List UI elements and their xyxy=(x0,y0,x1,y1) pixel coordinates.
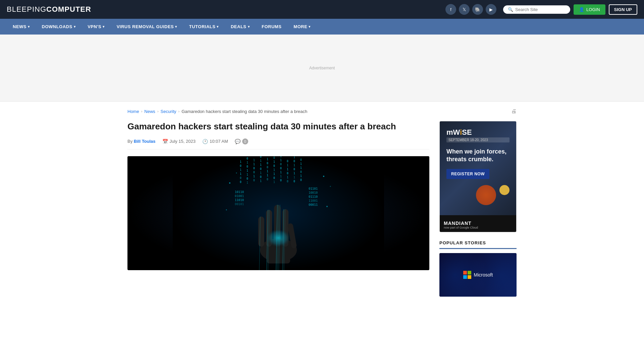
svg-text:1: 1 xyxy=(247,181,248,184)
facebook-icon[interactable]: f xyxy=(445,4,456,15)
svg-text:1: 1 xyxy=(240,169,241,172)
svg-text:0: 0 xyxy=(253,171,255,174)
login-button[interactable]: 👤 LOGIN xyxy=(574,4,605,15)
main-nav: NEWS ▾ DOWNLOADS ▾ VPN'S ▾ VIRUS REMOVAL… xyxy=(0,19,644,35)
svg-text:1: 1 xyxy=(260,160,262,163)
ms-square-green xyxy=(468,271,471,275)
chevron-down-icon: ▾ xyxy=(248,25,250,28)
site-logo[interactable]: BLEEPINGCOMPUTER xyxy=(7,5,91,14)
svg-text:1: 1 xyxy=(287,176,288,179)
popular-stories: POPULAR STORIES Microsoft xyxy=(439,240,517,297)
user-icon: 👤 xyxy=(579,7,584,12)
svg-text:1: 1 xyxy=(300,175,302,178)
clock-icon: 🕐 xyxy=(202,139,208,144)
article-image-inner: 1 0 1 1 0 0 0 1 0 1 1 0 xyxy=(127,156,429,270)
breadcrumb-news[interactable]: News xyxy=(144,109,155,114)
chevron-down-icon: ▾ xyxy=(217,25,219,28)
svg-text:1: 1 xyxy=(280,171,282,174)
social-icons-group: f 𝕏 🐘 ▶ xyxy=(445,4,496,15)
svg-text:1: 1 xyxy=(253,159,255,162)
svg-text:1: 1 xyxy=(260,172,262,175)
article-image: 1 0 1 1 0 0 0 1 0 1 1 0 xyxy=(127,156,429,270)
svg-text:0: 0 xyxy=(273,157,275,160)
svg-text:0: 0 xyxy=(240,177,241,180)
chevron-down-icon: ▾ xyxy=(74,25,76,28)
microsoft-logo-area: Microsoft xyxy=(463,271,493,279)
nav-item-vpns[interactable]: VPN'S ▾ xyxy=(82,19,111,35)
nav-item-news[interactable]: NEWS ▾ xyxy=(7,19,36,35)
svg-point-97 xyxy=(326,206,328,207)
ad-decoration-yellow xyxy=(499,185,509,195)
svg-text:0: 0 xyxy=(293,168,295,171)
svg-text:0: 0 xyxy=(280,167,282,170)
svg-text:10010: 10010 xyxy=(309,191,318,194)
svg-text:1: 1 xyxy=(247,161,248,164)
ad-date-badge: SEPTEMBER 18-20, 2023 xyxy=(446,137,509,142)
breadcrumb-home[interactable]: Home xyxy=(127,109,139,114)
svg-text:1: 1 xyxy=(280,159,282,162)
comment-icon: 💬 xyxy=(235,139,240,144)
svg-text:10110: 10110 xyxy=(235,190,244,194)
svg-text:1: 1 xyxy=(273,173,275,176)
svg-text:11010: 11010 xyxy=(235,198,244,202)
svg-text:1: 1 xyxy=(273,161,275,164)
nav-item-deals[interactable]: DEALS ▾ xyxy=(225,19,256,35)
print-icon[interactable]: 🖨 xyxy=(511,108,517,114)
svg-text:00101: 00101 xyxy=(235,202,244,206)
nav-item-forums[interactable]: FORUMS xyxy=(256,19,287,35)
popular-story-thumbnail[interactable]: Microsoft xyxy=(439,253,517,297)
svg-text:1: 1 xyxy=(287,168,288,171)
nav-item-virus-removal[interactable]: VIRUS REMOVAL GUIDES ▾ xyxy=(111,19,183,35)
search-input[interactable] xyxy=(515,7,566,12)
ad-logo: mWiSE xyxy=(446,128,509,137)
svg-text:0: 0 xyxy=(247,177,248,180)
nav-item-downloads[interactable]: DOWNLOADS ▾ xyxy=(36,19,82,35)
svg-text:0: 0 xyxy=(280,163,282,166)
article-author: By Bill Toulas xyxy=(127,139,156,144)
mastodon-icon[interactable]: 🐘 xyxy=(472,4,483,15)
twitter-icon[interactable]: 𝕏 xyxy=(459,4,470,15)
sidebar: mWiSE SEPTEMBER 18-20, 2023 When we join… xyxy=(439,121,517,297)
svg-point-94 xyxy=(323,176,324,177)
svg-text:1: 1 xyxy=(247,169,248,172)
ad-tagline: When we join forces, threats crumble. xyxy=(446,148,509,164)
nav-item-more[interactable]: MORE ▾ xyxy=(287,19,317,35)
breadcrumb-sep-3: › xyxy=(178,109,180,113)
chevron-down-icon: ▾ xyxy=(28,25,30,28)
nav-item-tutorials[interactable]: TUTORIALS ▾ xyxy=(183,19,225,35)
author-link[interactable]: Bill Toulas xyxy=(134,139,156,144)
sidebar-ad: mWiSE SEPTEMBER 18-20, 2023 When we join… xyxy=(439,121,517,232)
sidebar-ad-inner: mWiSE SEPTEMBER 18-20, 2023 When we join… xyxy=(440,121,516,215)
svg-text:1: 1 xyxy=(253,163,255,166)
article-main: Gamaredon hackers start stealing data 30… xyxy=(127,121,429,297)
header-right: f 𝕏 🐘 ▶ 🔍 👤 LOGIN SIGN UP xyxy=(445,4,637,15)
banner-ad: Advertisement xyxy=(0,35,644,102)
svg-text:1: 1 xyxy=(293,164,295,167)
svg-text:1: 1 xyxy=(293,172,295,175)
svg-text:1: 1 xyxy=(300,163,302,166)
svg-text:0: 0 xyxy=(293,180,295,183)
svg-text:0: 0 xyxy=(280,179,282,182)
svg-text:0: 0 xyxy=(300,159,302,162)
svg-text:1: 1 xyxy=(293,156,295,159)
signup-button[interactable]: SIGN UP xyxy=(609,4,637,15)
svg-text:1: 1 xyxy=(247,173,248,176)
svg-text:1: 1 xyxy=(267,174,268,177)
svg-text:0: 0 xyxy=(287,160,288,163)
svg-text:01110: 01110 xyxy=(309,195,318,198)
svg-text:0: 0 xyxy=(273,177,275,180)
svg-text:1: 1 xyxy=(273,169,275,172)
svg-text:0: 0 xyxy=(260,168,262,171)
breadcrumb-left: Home › News › Security › Gamaredon hacke… xyxy=(127,109,307,114)
youtube-icon[interactable]: ▶ xyxy=(486,4,496,15)
svg-text:0: 0 xyxy=(267,162,268,165)
svg-text:0: 0 xyxy=(253,179,255,182)
svg-text:1: 1 xyxy=(260,180,262,183)
svg-text:0: 0 xyxy=(260,176,262,179)
ad-register-button[interactable]: REGISTER NOW xyxy=(446,169,489,179)
article-comments[interactable]: 💬 0 xyxy=(235,138,248,144)
svg-text:1: 1 xyxy=(240,173,241,176)
svg-text:1: 1 xyxy=(260,164,262,167)
svg-point-96 xyxy=(226,209,227,210)
breadcrumb-security[interactable]: Security xyxy=(161,109,176,114)
